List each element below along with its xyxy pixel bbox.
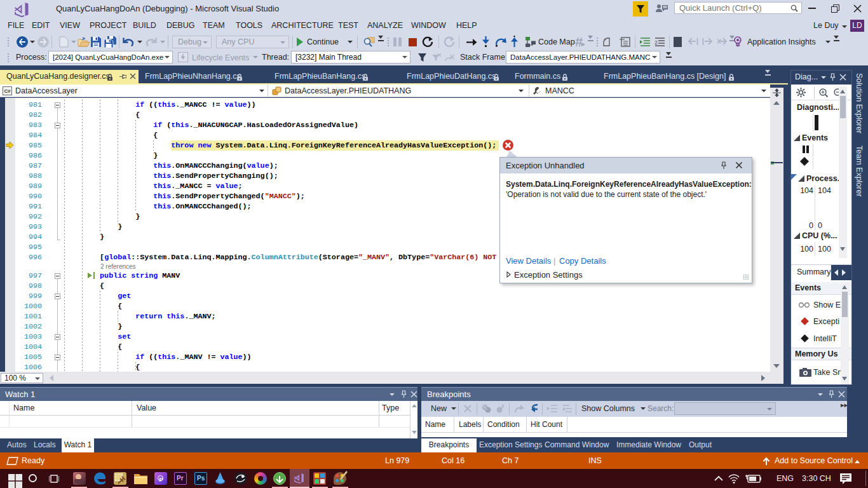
svg-text:2: 2 [654,39,658,46]
